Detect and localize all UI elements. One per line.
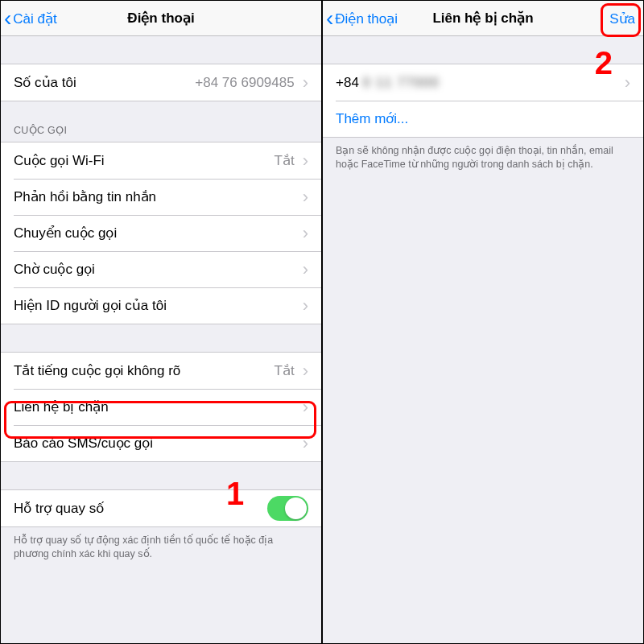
navbar-left: ‹ Cài đặt Điện thoại (1, 1, 321, 36)
edit-button[interactable]: Sửa (609, 1, 635, 36)
my-number-cell[interactable]: Số của tôi +84 76 6909485 › (1, 64, 321, 101)
dial-assist-cell[interactable]: Hỗ trợ quay số (1, 490, 321, 526)
blocked-entry-cell[interactable]: +84 0 11 77000 › (323, 64, 643, 101)
caller-id-cell[interactable]: Hiện ID người gọi của tôi › (1, 287, 321, 324)
call-forwarding-cell[interactable]: Chuyển cuộc gọi › (1, 215, 321, 251)
my-number-section: Số của tôi +84 76 6909485 › (1, 64, 321, 101)
silence-unknown-label: Tắt tiếng cuộc gọi không rõ (14, 362, 275, 379)
wifi-calling-cell[interactable]: Cuộc gọi Wi-Fi Tắt › (1, 142, 321, 179)
my-number-label: Số của tôi (14, 74, 195, 91)
respond-text-cell[interactable]: Phản hồi bằng tin nhắn › (1, 179, 321, 215)
report-cell[interactable]: Báo cáo SMS/cuộc gọi › (1, 425, 321, 461)
wifi-calling-value: Tắt (275, 152, 295, 169)
wifi-calling-label: Cuộc gọi Wi-Fi (14, 152, 275, 169)
call-waiting-label: Chờ cuộc gọi (14, 261, 301, 278)
caller-id-label: Hiện ID người gọi của tôi (14, 297, 301, 314)
page-title: Điện thoại (127, 10, 194, 27)
dial-assist-section: Hỗ trợ quay số (1, 489, 321, 527)
blocked-list-section: +84 0 11 77000 › Thêm mới... (323, 64, 643, 138)
silence-unknown-value: Tắt (275, 362, 295, 379)
blocked-entry-label: +84 0 11 77000 (336, 75, 623, 91)
add-new-label: Thêm mới... (336, 110, 630, 127)
add-new-cell[interactable]: Thêm mới... (323, 101, 643, 137)
dial-assist-toggle[interactable] (267, 496, 308, 521)
chevron-right-icon: › (303, 187, 308, 208)
chevron-left-icon: ‹ (326, 7, 333, 30)
call-forwarding-label: Chuyển cuộc gọi (14, 225, 301, 242)
call-waiting-cell[interactable]: Chờ cuộc gọi › (1, 251, 321, 287)
back-button[interactable]: ‹ Cài đặt (4, 1, 57, 36)
calls-section-header: CUỘC GỌI (1, 101, 321, 142)
silence-unknown-cell[interactable]: Tắt tiếng cuộc gọi không rõ Tắt › (1, 353, 321, 389)
blocked-entry-hidden: 0 11 77000 (363, 75, 440, 90)
chevron-right-icon: › (303, 223, 308, 244)
blocked-contacts-label: Liên hệ bị chặn (14, 398, 301, 415)
navbar-right: ‹ Điện thoại Liên hệ bị chặn Sửa (323, 1, 643, 36)
back-label: Điện thoại (335, 10, 398, 27)
blocked-contacts-cell[interactable]: Liên hệ bị chặn › (1, 389, 321, 425)
blocked-contacts-pane: ‹ Điện thoại Liên hệ bị chặn Sửa +84 0 1… (322, 0, 644, 644)
blocked-footer-text: Bạn sẽ không nhận được cuộc gọi điện tho… (323, 138, 643, 171)
chevron-right-icon: › (303, 151, 308, 171)
blocked-entry-prefix: +84 (336, 75, 359, 90)
page-title: Liên hệ bị chặn (432, 10, 533, 27)
chevron-left-icon: ‹ (4, 7, 11, 30)
chevron-right-icon: › (303, 295, 308, 316)
calls-section: Cuộc gọi Wi-Fi Tắt › Phản hồi bằng tin n… (1, 142, 321, 324)
chevron-right-icon: › (303, 361, 308, 382)
phone-settings-pane: ‹ Cài đặt Điện thoại Số của tôi +84 76 6… (0, 0, 322, 644)
respond-text-label: Phản hồi bằng tin nhắn (14, 188, 301, 205)
toggle-knob (285, 497, 307, 519)
back-label: Cài đặt (13, 10, 56, 27)
chevron-right-icon: › (303, 72, 308, 93)
dial-assist-footer: Hỗ trợ quay số tự động xác định tiền tố … (1, 527, 321, 561)
chevron-right-icon: › (303, 259, 308, 280)
chevron-right-icon: › (303, 433, 308, 454)
blocking-section: Tắt tiếng cuộc gọi không rõ Tắt › Liên h… (1, 352, 321, 462)
report-label: Báo cáo SMS/cuộc gọi (14, 435, 301, 452)
my-number-value: +84 76 6909485 (195, 75, 294, 91)
dial-assist-label: Hỗ trợ quay số (14, 500, 267, 517)
chevron-right-icon: › (303, 397, 308, 418)
chevron-right-icon: › (625, 72, 630, 93)
back-button[interactable]: ‹ Điện thoại (326, 1, 398, 36)
